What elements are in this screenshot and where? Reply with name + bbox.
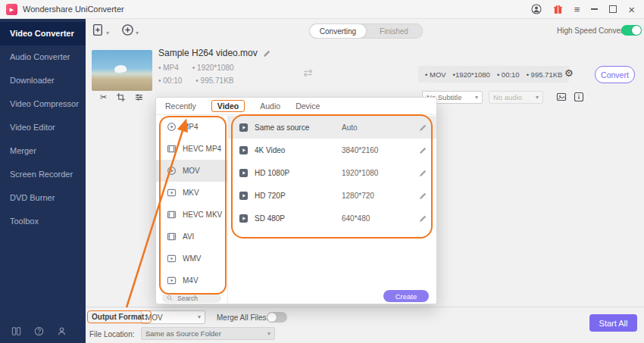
format-label: MOV [183, 167, 200, 175]
sidebar-footer [11, 326, 67, 336]
film-icon [167, 232, 177, 242]
add-from-device-button[interactable]: ▾ [121, 23, 139, 36]
help-icon[interactable] [34, 326, 44, 336]
maximize-icon[interactable] [609, 5, 617, 13]
file-format: • MP4 [158, 64, 179, 72]
film-icon [167, 210, 177, 220]
edit-icon[interactable] [419, 146, 427, 154]
tab-video[interactable]: Video [211, 100, 245, 112]
film-icon [167, 144, 177, 154]
sidebar-item-video-compressor[interactable]: Video Compressor [0, 92, 86, 116]
output-format-label: Output Format: [87, 310, 152, 323]
merge-all-files-toggle[interactable] [267, 312, 287, 323]
format-item-hevc-mp4[interactable]: HEVC MP4 [156, 138, 227, 160]
edit-icon[interactable] [419, 169, 427, 177]
sidebar-item-merger[interactable]: Merger [0, 139, 86, 163]
add-device-icon [121, 23, 134, 36]
quality-resolution: 1280*720 [342, 192, 374, 200]
quality-name: 4K Video [255, 146, 342, 154]
format-list: MP4 HEVC MP4 MOV MKV HEVC MKV AVI WMV M4… [156, 116, 227, 292]
info-icon[interactable] [574, 92, 584, 102]
tab-converting[interactable]: Converting [310, 24, 366, 38]
format-label: MKV [183, 189, 199, 197]
tab-device[interactable]: Device [295, 101, 320, 111]
close-icon[interactable]: × [628, 4, 635, 15]
create-button[interactable]: Create [383, 290, 429, 302]
view-switcher: Converting Finished [309, 23, 423, 39]
chevron-down-icon: ▾ [536, 95, 539, 101]
menu-icon[interactable]: ≡ [574, 5, 580, 14]
tab-audio[interactable]: Audio [260, 101, 280, 111]
quality-resolution: 3840*2160 [342, 146, 378, 154]
format-item-hevc-mkv[interactable]: HEVC MKV [156, 204, 227, 226]
file-location-select[interactable]: Same as Source Folder ▾ [141, 327, 275, 340]
tab-recently[interactable]: Recently [165, 101, 196, 111]
sidebar-item-dvd-burner[interactable]: DVD Burner [0, 186, 86, 210]
edit-icon[interactable] [419, 123, 427, 132]
format-label: AVI [183, 232, 194, 241]
video-tile-icon [239, 191, 249, 201]
chevron-down-icon: ▾ [267, 331, 270, 337]
quality-item-same-as-source[interactable]: Same as source Auto [228, 116, 436, 139]
output-size: • 995.71KB [527, 70, 563, 79]
quality-resolution: 1920*1080 [342, 169, 378, 177]
format-item-mkv[interactable]: MKV [156, 182, 227, 204]
tab-finished[interactable]: Finished [366, 24, 422, 38]
sidebar-item-video-converter[interactable]: Video Converter [0, 22, 86, 45]
format-label: M4V [183, 276, 199, 285]
quality-name: HD 720P [255, 192, 342, 200]
account-icon[interactable] [531, 4, 542, 14]
file-location-select-value: Same as Source Folder [145, 329, 221, 338]
sidebar: Video Converter Audio Converter Download… [0, 18, 86, 343]
format-item-avi[interactable]: AVI [156, 226, 227, 248]
trim-icon[interactable]: ✂ [100, 92, 107, 102]
chevron-down-icon: ▾ [475, 95, 478, 101]
format-search [162, 293, 221, 303]
circle-play-icon [167, 166, 177, 176]
gift-icon[interactable] [553, 5, 563, 14]
profile-icon[interactable] [57, 326, 67, 336]
rename-icon[interactable] [263, 49, 271, 58]
sidebar-item-downloader[interactable]: Downloader [0, 69, 86, 92]
format-item-mov[interactable]: MOV [156, 160, 227, 182]
format-item-wmv[interactable]: WMV [156, 248, 227, 270]
edit-icon[interactable] [419, 214, 427, 223]
video-tile-icon [239, 145, 249, 155]
quality-item-480p[interactable]: SD 480P 640*480 [228, 207, 436, 229]
crop-icon[interactable] [117, 93, 125, 101]
sidebar-item-screen-recorder[interactable]: Screen Recorder [0, 163, 86, 186]
audio-select[interactable]: No audio ▾ [489, 91, 543, 104]
circle-play-icon [167, 122, 177, 132]
minimize-icon[interactable] [591, 8, 598, 10]
format-search-input[interactable] [176, 294, 217, 303]
high-speed-toggle[interactable] [621, 25, 642, 36]
video-thumbnail[interactable] [92, 50, 152, 91]
sidebar-item-toolbox[interactable]: Toolbox [0, 210, 86, 233]
convert-button[interactable]: Convert [595, 66, 635, 83]
video-tile-icon [239, 123, 249, 133]
layout-icon[interactable] [11, 326, 21, 336]
file-title: Sample H264 video.mov [158, 48, 258, 58]
quality-item-1080p[interactable]: HD 1080P 1920*1080 [228, 161, 436, 184]
add-files-button[interactable]: ▾ [92, 23, 109, 36]
preview-image-icon[interactable] [556, 92, 567, 102]
quality-item-4k[interactable]: 4K Video 3840*2160 [228, 139, 436, 161]
edit-icon[interactable] [419, 192, 427, 200]
quality-name: HD 1080P [255, 169, 342, 177]
search-icon [167, 295, 173, 301]
quality-item-720p[interactable]: HD 720P 1280*720 [228, 184, 436, 207]
format-item-m4v[interactable]: M4V [156, 270, 227, 292]
chevron-down-icon: ▾ [106, 30, 109, 36]
quality-name: SD 480P [255, 214, 342, 223]
format-item-mp4[interactable]: MP4 [156, 116, 227, 138]
quality-resolution: 640*480 [342, 214, 370, 223]
sidebar-item-video-editor[interactable]: Video Editor [0, 116, 86, 139]
effects-icon[interactable] [135, 93, 143, 101]
shuffle-icon: ⇄ [303, 66, 313, 80]
start-all-button[interactable]: Start All [589, 314, 637, 332]
settings-gear-icon[interactable]: ⚙ [564, 67, 574, 79]
merge-all-files-label: Merge All Files: [217, 313, 268, 322]
sidebar-item-audio-converter[interactable]: Audio Converter [0, 45, 86, 69]
video-tile-icon [239, 168, 249, 178]
format-label: MP4 [183, 123, 199, 131]
